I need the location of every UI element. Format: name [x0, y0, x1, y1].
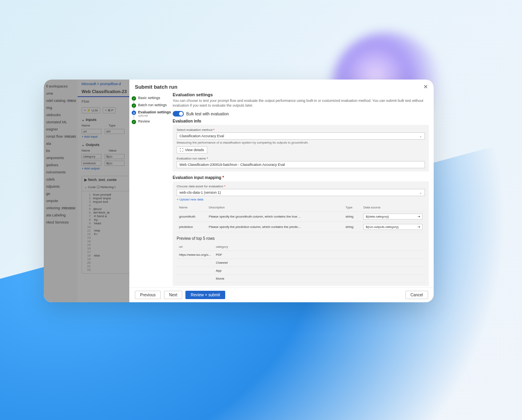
close-icon[interactable]: ✕ [423, 84, 428, 90]
evaluation-info-heading: Evaluation info [173, 119, 429, 123]
data-source-input[interactable]: ${run.outputs.category}⇥ [363, 224, 423, 230]
upload-new-data-link[interactable]: + Upload new data [177, 198, 425, 201]
evaluation-desc: You can choose to test your prompt flow … [173, 99, 429, 108]
chevron-down-icon: ⌄ [419, 134, 422, 138]
sidebar-item: ata Labeling [45, 212, 76, 219]
table-row: prediction Please specify the prediction… [177, 222, 425, 232]
sidebar-item: esigner [45, 126, 76, 133]
sidebar-item: ata [45, 140, 76, 147]
evaluation-method-desc: Measuring the performance of a classific… [177, 141, 425, 144]
preview-table: url category https://www.iso.org/o...PDF… [177, 243, 425, 283]
modal-footer: Previous Next Review + submit Cancel [129, 287, 434, 302]
app-card: ll workspaces ome odel catalog PREVIEW r… [44, 80, 434, 302]
table-row: App [177, 267, 425, 275]
sidebar-item: odel catalog PREVIEW [45, 97, 76, 104]
next-button[interactable]: Next [164, 291, 183, 299]
table-row: https://www.iso.org/o...PDF [177, 251, 425, 259]
submit-batch-run-modal: Submit batch run ✕ ✓Basic settings ✓Batc… [129, 80, 434, 302]
sidebar-item: ndpoints [45, 183, 76, 190]
sidebar-item: utomated ML [45, 119, 76, 126]
sidebar-item: rompt flow PREVIEW [45, 133, 76, 140]
sidebar-item: ome [45, 90, 76, 97]
sidebar-item: nvironments [45, 169, 76, 176]
preview-heading: Preview of top 5 rows [177, 236, 425, 241]
table-row: Movie [177, 275, 425, 283]
sidebar-item: nked Services [45, 219, 76, 226]
input-mapping-heading: Evaluation input mapping [173, 175, 221, 180]
mapping-icon: ⇥ [417, 215, 420, 218]
sidebar-item: onitoring PREVIEW [45, 204, 76, 212]
mapping-table: Name Description Type Data source ground… [177, 204, 425, 232]
sidebar-item: otebooks [45, 111, 76, 119]
previous-button[interactable]: Previous [135, 291, 161, 299]
sidebar-item: odels [45, 176, 76, 183]
mapping-icon: ⇥ [417, 225, 420, 229]
review-submit-button[interactable]: Review + submit [185, 291, 225, 299]
sidebar-item: omponents [45, 154, 76, 161]
view-details-button[interactable]: ⛶View details [177, 146, 207, 154]
sidebar-item: bs [45, 147, 76, 154]
bulk-test-toggle[interactable] [173, 111, 184, 117]
sidebar-item: ll workspaces [45, 83, 76, 90]
sidebar-item: ge [45, 190, 76, 197]
step-batch-run-settings[interactable]: ✓Batch run settings [132, 102, 171, 109]
tool-p: + ⊞ P [103, 107, 116, 113]
table-row: Channel [177, 259, 425, 267]
step-basic-settings[interactable]: ✓Basic settings [132, 95, 171, 102]
data-asset-select[interactable]: web-cls-data-1 (version 1)⌄ [177, 189, 425, 196]
sidebar: ll workspaces ome odel catalog PREVIEW r… [44, 80, 78, 302]
cancel-button[interactable]: Cancel [405, 291, 428, 299]
expand-icon: ⛶ [180, 148, 183, 152]
step-evaluation-settings[interactable]: ●Evaluation settingsoptional [132, 109, 171, 118]
input-mapping-panel: Choose data asset for evaluation * web-c… [173, 181, 429, 286]
sidebar-item: ipelines [45, 161, 76, 169]
evaluation-method-select[interactable]: Classification Accuracy Eval⌄ [177, 132, 425, 140]
step-review[interactable]: ✓Review [132, 118, 171, 125]
evaluation-settings-heading: Evaluation settings [173, 92, 429, 97]
bulk-test-label: Bulk test with evaluation [186, 112, 229, 116]
wizard-steps: ✓Basic settings ✓Batch run settings ●Eva… [129, 92, 171, 287]
table-row: groundtruth Please specify the groundtru… [177, 212, 425, 222]
sidebar-item: ompute [45, 197, 76, 204]
evaluation-info-panel: Select evaluation method * Classificatio… [173, 125, 429, 171]
modal-content: Evaluation settings You can choose to te… [171, 92, 434, 287]
tool-llm: + ⚡ LLM [82, 107, 100, 113]
evaluation-run-name-input[interactable]: Web Classification-230819-batchrun - Cla… [177, 161, 425, 168]
chevron-down-icon: ⌄ [419, 191, 422, 194]
sidebar-item: ring [45, 104, 76, 111]
data-source-input[interactable]: ${data.category}⇥ [363, 214, 423, 220]
modal-title: Submit batch run [135, 84, 177, 90]
